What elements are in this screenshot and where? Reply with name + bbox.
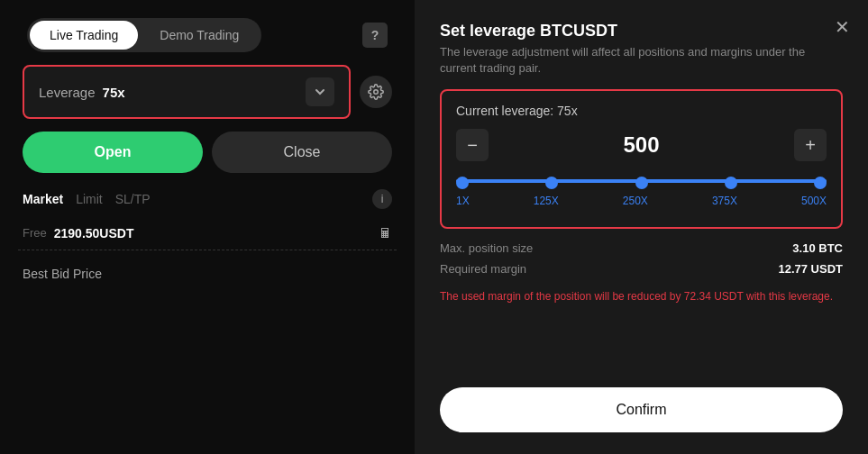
decrement-leverage-button[interactable]: −: [456, 129, 489, 161]
slider-dot-375x: [725, 177, 737, 189]
slider-dot-500x: [814, 177, 827, 189]
limit-order-btn[interactable]: Limit: [76, 192, 103, 206]
balance-row: Free 2190.50USDT 🖩: [18, 222, 397, 250]
leverage-stepper: − +: [456, 129, 827, 161]
close-modal-button[interactable]: ✕: [835, 16, 850, 38]
leverage-row: Leverage 75x: [18, 65, 397, 119]
slider-labels: 1X 125X 250X 375X 500X: [456, 195, 827, 207]
leverage-value: 75x: [103, 85, 125, 100]
open-button[interactable]: Open: [23, 132, 203, 173]
max-position-row: Max. position size 3.10 BTC: [440, 241, 843, 255]
required-margin-row: Required margin 12.77 USDT: [440, 262, 843, 276]
order-type-row: Market Limit SL/TP i: [18, 186, 397, 209]
help-button[interactable]: ?: [362, 23, 388, 48]
increment-leverage-button[interactable]: +: [794, 129, 827, 161]
left-panel: Live Trading Demo Trading ? Leverage 75x: [0, 0, 415, 454]
slider-dots: [456, 177, 827, 189]
modal-header: Set leverage BTCUSDT The leverage adjust…: [440, 22, 843, 77]
price-row: Best Bid Price: [18, 263, 397, 285]
market-order-btn[interactable]: Market: [23, 192, 63, 206]
slider-label-250x: 250X: [623, 195, 648, 207]
trading-tabs-group: Live Trading Demo Trading: [27, 18, 261, 52]
svg-point-0: [374, 90, 379, 95]
gear-button[interactable]: [360, 76, 392, 108]
leverage-input-box: Current leverage: 75x − +: [440, 89, 843, 229]
slider-label-500x: 500X: [801, 195, 827, 207]
slider-label-125x: 125X: [534, 195, 559, 207]
leverage-input[interactable]: [498, 132, 785, 158]
order-info-button[interactable]: i: [372, 189, 392, 209]
slider-dot-250x: [635, 177, 648, 189]
confirm-button[interactable]: Confirm: [440, 387, 843, 432]
modal-subtitle: The leverage adjustment will affect all …: [440, 44, 843, 77]
leverage-chevron-icon[interactable]: [306, 77, 334, 106]
warning-text: The used margin of the position will be …: [440, 288, 843, 304]
slider-dot-125x: [545, 177, 558, 189]
app-container: Live Trading Demo Trading ? Leverage 75x: [0, 0, 868, 454]
price-label: Best Bid Price: [23, 267, 102, 281]
balance-label: Free: [23, 226, 47, 240]
live-trading-tab[interactable]: Live Trading: [30, 21, 138, 50]
close-button[interactable]: Close: [212, 132, 392, 173]
slider-label-375x: 375X: [712, 195, 737, 207]
max-position-value: 3.10 BTC: [792, 241, 843, 255]
slider-label-1x: 1X: [456, 195, 470, 207]
balance-value: 2190.50USDT: [54, 226, 134, 241]
modal-title: Set leverage BTCUSDT: [440, 22, 843, 41]
right-panel: ✕ Set leverage BTCUSDT The leverage adju…: [415, 0, 868, 454]
current-leverage-label: Current leverage: 75x: [456, 104, 827, 118]
required-margin-value: 12.77 USDT: [778, 262, 843, 276]
leverage-slider[interactable]: 1X 125X 250X 375X 500X: [456, 172, 827, 214]
demo-trading-tab[interactable]: Demo Trading: [140, 21, 259, 50]
info-rows: Max. position size 3.10 BTC Required mar…: [440, 241, 843, 276]
trading-tabs-row: Live Trading Demo Trading ?: [18, 18, 397, 52]
calculator-button[interactable]: 🖩: [379, 225, 392, 241]
leverage-box[interactable]: Leverage 75x: [23, 65, 351, 119]
sltp-order-btn[interactable]: SL/TP: [115, 192, 151, 206]
action-row: Open Close: [18, 132, 397, 173]
leverage-label: Leverage: [39, 85, 96, 100]
slider-dot-1x: [456, 177, 469, 189]
required-margin-label: Required margin: [440, 262, 526, 276]
max-position-label: Max. position size: [440, 241, 533, 255]
